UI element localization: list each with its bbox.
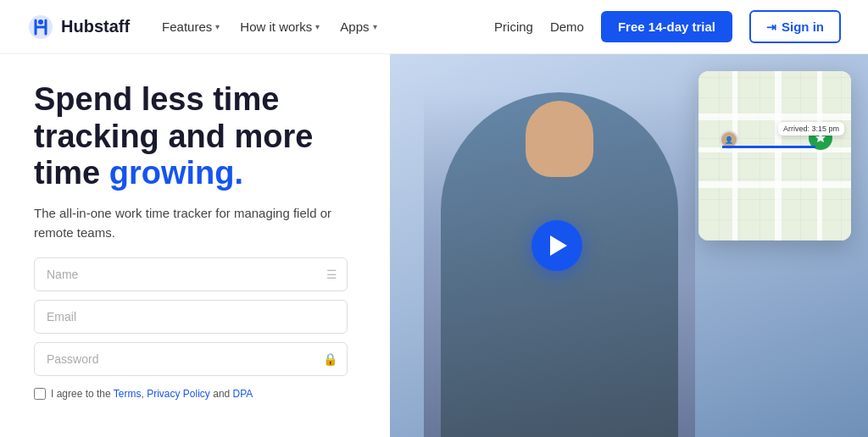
logo-icon <box>27 14 54 41</box>
nav-item-how-it-works[interactable]: How it works ▾ <box>231 13 328 41</box>
password-field-wrap: 🔒 <box>34 342 348 376</box>
chevron-down-icon: ▾ <box>315 22 320 31</box>
name-input[interactable] <box>34 257 348 291</box>
hero-title-accent: growing. <box>109 155 243 191</box>
map-card: Arrived: 3:15 pm 👤 <box>698 71 851 241</box>
nav-pricing[interactable]: Pricing <box>494 19 533 34</box>
logo[interactable]: Hubstaff <box>27 14 130 41</box>
nav-apps-label: Apps <box>340 19 369 34</box>
map-road <box>775 71 782 241</box>
right-panel: Arrived: 3:15 pm 👤 <box>390 54 868 437</box>
hero-title: Spend less time tracking and more time g… <box>34 81 356 192</box>
email-field-wrap <box>34 300 348 334</box>
left-panel: Spend less time tracking and more time g… <box>0 54 390 437</box>
email-input[interactable] <box>34 300 348 334</box>
navbar: Hubstaff Features ▾ How it works ▾ Apps … <box>0 0 868 54</box>
hero-title-line3: time <box>34 155 109 191</box>
name-field-wrap: ☰ <box>34 257 348 291</box>
nav-right: Pricing Demo Free 14-day trial ⇥ Sign in <box>494 10 841 43</box>
terms-row: I agree to the Terms, Privacy Policy and… <box>34 388 348 400</box>
map-road <box>817 71 822 241</box>
signin-label: Sign in <box>782 19 824 34</box>
free-trial-button[interactable]: Free 14-day trial <box>601 11 732 42</box>
nav-item-apps[interactable]: Apps ▾ <box>331 13 385 41</box>
play-icon <box>550 235 567 256</box>
lock-icon: 🔒 <box>323 352 337 366</box>
password-input[interactable] <box>34 342 348 376</box>
nav-item-features[interactable]: Features ▾ <box>153 13 228 41</box>
chevron-down-icon: ▾ <box>215 22 220 31</box>
map-road <box>732 71 737 241</box>
map-route <box>722 146 815 148</box>
signin-icon: ⇥ <box>766 20 776 34</box>
terms-text: I agree to the Terms, Privacy Policy and… <box>51 388 253 400</box>
person-icon: ☰ <box>326 268 337 281</box>
chevron-down-icon: ▾ <box>373 22 377 31</box>
logo-text: Hubstaff <box>61 17 130 36</box>
hero-title-line2: tracking and more <box>34 119 313 154</box>
svg-point-1 <box>38 19 43 25</box>
hero-title-line1: Spend less time <box>34 81 279 117</box>
nav-links: Features ▾ How it works ▾ Apps ▾ <box>153 13 385 41</box>
play-button[interactable] <box>531 220 582 271</box>
nav-left: Hubstaff Features ▾ How it works ▾ Apps … <box>27 13 386 41</box>
terms-link[interactable]: Terms <box>114 388 142 400</box>
map-visual: Arrived: 3:15 pm 👤 <box>698 71 851 241</box>
nav-features-label: Features <box>162 19 212 34</box>
terms-checkbox[interactable] <box>34 388 46 400</box>
signin-button[interactable]: ⇥ Sign in <box>749 10 841 43</box>
privacy-link[interactable]: Privacy Policy <box>147 388 210 400</box>
signup-form: ☰ 🔒 I agree to the Terms, Privacy Policy… <box>34 257 348 400</box>
hero-subtitle: The all-in-one work time tracker for man… <box>34 204 356 242</box>
arrival-tooltip: Arrived: 3:15 pm <box>778 122 844 136</box>
dpa-link[interactable]: DPA <box>233 388 253 400</box>
nav-how-label: How it works <box>240 19 312 34</box>
nav-demo[interactable]: Demo <box>550 19 584 34</box>
main-content: Spend less time tracking and more time g… <box>0 54 868 437</box>
